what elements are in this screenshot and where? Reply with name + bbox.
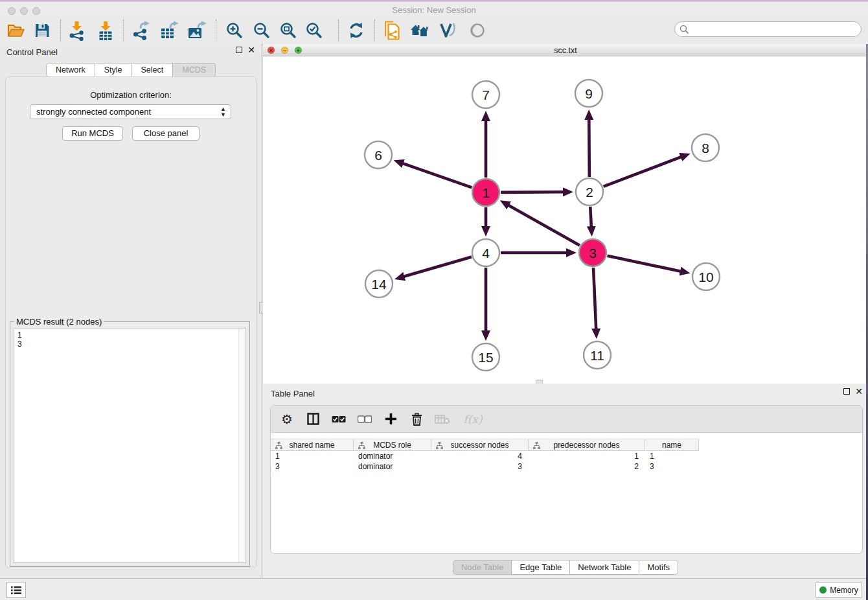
deselect-all-rows-icon[interactable] [356, 411, 373, 428]
control-panel-title: Control Panel [6, 47, 58, 57]
table-cell[interactable]: 4 [431, 451, 529, 461]
mcds-result-group: MCDS result (2 nodes) 1 3 [10, 321, 250, 567]
node-label: 1 [482, 185, 490, 200]
mcds-result-text[interactable]: 1 3 [14, 328, 246, 563]
node-15[interactable]: 15 [472, 343, 499, 371]
export-image-icon[interactable] [185, 19, 209, 42]
edge-2-9[interactable] [589, 119, 589, 177]
tab-select[interactable]: Select [132, 63, 174, 77]
column-header-MCDS-role[interactable]: MCDS role [354, 439, 431, 451]
node-14[interactable]: 14 [365, 270, 393, 297]
table-panel-close-icon[interactable]: ✕ [855, 388, 863, 395]
search-input[interactable] [674, 21, 862, 37]
node-label: 14 [371, 277, 387, 292]
toggle-columns-icon[interactable] [304, 411, 321, 428]
criterion-dropdown[interactable]: strongly connected component ▲▼ [30, 104, 231, 119]
home-icon[interactable] [408, 19, 431, 42]
tab-network-table[interactable]: Network Table [570, 560, 639, 575]
tab-style[interactable]: Style [95, 63, 132, 77]
close-panel-button[interactable]: Close panel [132, 126, 200, 141]
table-panel-float-icon[interactable] [843, 388, 850, 395]
criterion-value: strongly connected component [36, 107, 151, 117]
select-all-rows-icon[interactable] [330, 411, 347, 428]
import-table-icon[interactable] [94, 19, 117, 42]
edge-3-1[interactable] [508, 205, 580, 246]
table-row[interactable]: 1dominator411 [271, 451, 862, 461]
tab-mcds[interactable]: MCDS [173, 63, 216, 77]
delete-entries-icon[interactable] [408, 411, 425, 428]
import-network-icon[interactable] [65, 19, 88, 42]
column-header-name[interactable]: name [645, 439, 699, 451]
control-panel-float-icon[interactable] [236, 47, 242, 53]
show-hide-eye-icon[interactable] [466, 19, 489, 42]
export-network-icon[interactable] [130, 19, 153, 42]
node-8[interactable]: 8 [692, 134, 719, 161]
table-cell[interactable]: dominator [354, 461, 431, 472]
table-cell[interactable]: 3 [645, 461, 699, 472]
table-cell[interactable]: 1 [645, 451, 699, 461]
save-session-icon[interactable] [30, 19, 54, 42]
column-header-successor-nodes[interactable]: successor nodes [431, 439, 529, 451]
open-session-icon[interactable] [4, 19, 27, 42]
tab-edge-table[interactable]: Edge Table [512, 560, 570, 575]
task-history-button[interactable] [6, 582, 26, 598]
table-toolbar: ⚙ [271, 406, 862, 433]
main-toolbar [0, 17, 868, 45]
node-6[interactable]: 6 [365, 141, 392, 168]
window-title: Session: New Session [0, 5, 868, 15]
table-cell[interactable]: 2 [529, 461, 645, 472]
table-cell[interactable]: 1 [271, 451, 354, 461]
delete-table-icon[interactable] [434, 411, 451, 428]
edge-2-3[interactable] [590, 207, 591, 227]
network-graph-canvas[interactable]: 7968124314101511 [263, 56, 868, 384]
function-builder-icon[interactable]: f(x) [460, 411, 486, 428]
edge-1-6[interactable] [403, 163, 472, 187]
zoom-fit-icon[interactable] [277, 19, 300, 42]
node-label: 3 [589, 246, 597, 260]
table-cell[interactable]: 3 [431, 461, 529, 472]
titlebar: Session: New Session [0, 2, 868, 17]
edge-3-11[interactable] [593, 268, 596, 329]
refresh-view-icon[interactable] [345, 19, 368, 42]
add-entry-icon[interactable] [382, 411, 399, 428]
node-label: 10 [698, 270, 713, 284]
column-header-predecessor-nodes[interactable]: predecessor nodes [529, 439, 645, 451]
tab-node-table[interactable]: Node Table [453, 560, 512, 575]
node-3[interactable]: 3 [579, 239, 606, 266]
table-tabs: Node TableEdge TableNetwork TableMotifs [263, 560, 868, 575]
edge-3-10[interactable] [608, 256, 681, 271]
edge-2-8[interactable] [604, 157, 681, 187]
tab-motifs[interactable]: Motifs [639, 560, 678, 575]
node-10[interactable]: 10 [692, 263, 720, 290]
node-11[interactable]: 11 [584, 341, 611, 369]
node-7[interactable]: 7 [472, 81, 499, 108]
node-1[interactable]: 1 [472, 179, 499, 206]
vizmapper-toggle-icon[interactable] [437, 19, 460, 42]
table-container: ⚙ [270, 405, 863, 554]
network-from-file-icon[interactable] [380, 19, 404, 42]
zoom-out-icon[interactable] [250, 19, 273, 42]
table-settings-icon[interactable]: ⚙ [279, 411, 295, 428]
table-cell[interactable]: 3 [271, 461, 354, 472]
control-panel-close-icon[interactable]: ✕ [247, 47, 255, 53]
run-mcds-button[interactable]: Run MCDS [62, 126, 123, 141]
network-window-titlebar[interactable]: × − + scc.txt [263, 44, 868, 56]
table-row[interactable]: 3dominator323 [271, 461, 862, 472]
edge-4-14[interactable] [404, 257, 472, 276]
memory-button[interactable]: Memory [816, 582, 862, 598]
result-scrollbar[interactable] [238, 329, 246, 562]
column-header-shared-name[interactable]: shared name [271, 439, 354, 451]
export-table-icon[interactable] [158, 19, 181, 42]
table-cell[interactable]: dominator [354, 451, 431, 461]
zoom-selected-icon[interactable] [303, 19, 326, 42]
node-9[interactable]: 9 [575, 80, 602, 107]
node-2[interactable]: 2 [576, 178, 603, 205]
zoom-in-icon[interactable] [223, 19, 246, 42]
table-panel-title: Table Panel [271, 389, 315, 398]
tab-network[interactable]: Network [46, 63, 95, 77]
search-icon [680, 25, 689, 34]
table-cell[interactable]: 1 [529, 451, 645, 461]
edge-1-2[interactable] [501, 192, 564, 192]
node-4[interactable]: 4 [472, 239, 499, 266]
application-window: Session: New Session [0, 0, 868, 600]
